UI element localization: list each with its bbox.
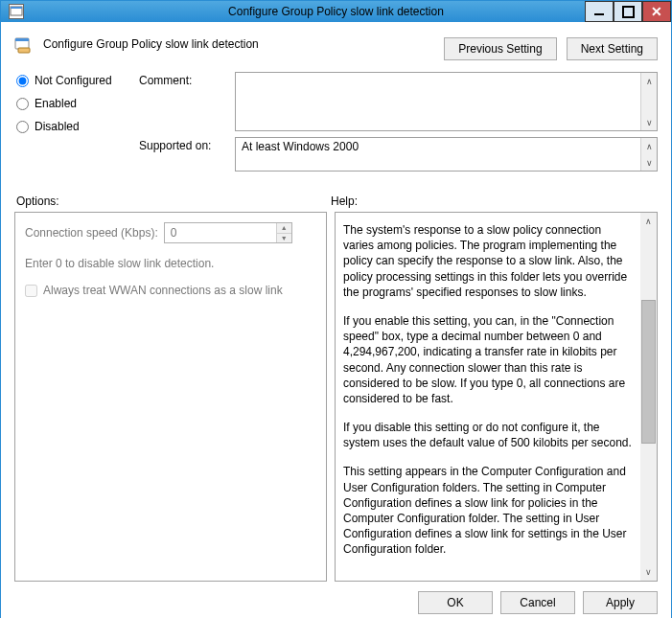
window-title: Configure Group Policy slow link detecti… bbox=[1, 5, 671, 18]
radio-disabled[interactable]: Disabled bbox=[16, 120, 139, 133]
options-panel: Connection speed (Kbps): ▲ ▼ Enter 0 to … bbox=[14, 212, 327, 582]
spinner-buttons[interactable]: ▲ ▼ bbox=[276, 223, 291, 242]
ok-button[interactable]: OK bbox=[418, 591, 493, 614]
client-area: Configure Group Policy slow link detecti… bbox=[1, 22, 671, 618]
scroll-down-icon[interactable]: ∨ bbox=[641, 114, 657, 130]
svg-rect-4 bbox=[18, 48, 30, 53]
connection-speed-spinner[interactable]: ▲ ▼ bbox=[164, 222, 292, 243]
help-para: This setting appears in the Computer Con… bbox=[343, 464, 633, 557]
radio-not-configured-input[interactable] bbox=[16, 75, 29, 87]
panels: Connection speed (Kbps): ▲ ▼ Enter 0 to … bbox=[14, 212, 658, 582]
comment-field: ∧ ∨ bbox=[235, 72, 658, 131]
radio-enabled-label: Enabled bbox=[35, 97, 77, 110]
radio-disabled-label: Disabled bbox=[35, 120, 80, 133]
comment-label: Comment: bbox=[139, 72, 235, 87]
help-para: If you enable this setting, you can, in … bbox=[343, 313, 633, 406]
previous-setting-button[interactable]: Previous Setting bbox=[444, 37, 556, 60]
scroll-track[interactable] bbox=[640, 229, 657, 564]
wwan-checkbox[interactable] bbox=[25, 285, 37, 297]
svg-rect-3 bbox=[15, 38, 29, 41]
apply-button[interactable]: Apply bbox=[583, 591, 658, 614]
policy-title: Configure Group Policy slow link detecti… bbox=[43, 35, 434, 51]
wwan-label: Always treat WWAN connections as a slow … bbox=[43, 284, 283, 297]
connection-speed-input[interactable] bbox=[165, 223, 276, 242]
setting-buttons: Previous Setting Next Setting bbox=[444, 37, 658, 60]
header-row: Configure Group Policy slow link detecti… bbox=[14, 35, 658, 60]
minimize-button[interactable] bbox=[585, 1, 614, 22]
radio-disabled-input[interactable] bbox=[16, 121, 29, 133]
radio-not-configured-label: Not Configured bbox=[35, 74, 112, 87]
close-button[interactable]: ✕ bbox=[642, 1, 671, 22]
connection-speed-row: Connection speed (Kbps): ▲ ▼ bbox=[25, 222, 316, 243]
next-setting-button[interactable]: Next Setting bbox=[567, 37, 658, 60]
scroll-up-icon[interactable]: ∧ bbox=[640, 213, 657, 229]
connection-speed-label: Connection speed (Kbps): bbox=[25, 226, 158, 240]
comment-textbox[interactable]: ∧ ∨ bbox=[235, 72, 658, 131]
supported-value: At least Windows 2000 bbox=[236, 138, 640, 171]
cancel-button[interactable]: Cancel bbox=[500, 591, 575, 614]
help-para: If you disable this setting or do not co… bbox=[343, 420, 633, 450]
window-controls: ✕ bbox=[585, 1, 671, 22]
app-icon bbox=[9, 4, 24, 19]
help-label: Help: bbox=[327, 195, 658, 208]
radio-enabled[interactable]: Enabled bbox=[16, 97, 139, 110]
scroll-up-icon[interactable]: ∧ bbox=[641, 138, 657, 154]
help-text: The system's response to a slow policy c… bbox=[336, 213, 640, 581]
options-label: Options: bbox=[14, 195, 327, 208]
connection-speed-hint: Enter 0 to disable slow link detection. bbox=[25, 257, 316, 270]
supported-textbox: At least Windows 2000 ∧ ∨ bbox=[235, 137, 658, 172]
titlebar[interactable]: Configure Group Policy slow link detecti… bbox=[1, 1, 671, 22]
scroll-down-icon[interactable]: ∨ bbox=[640, 564, 657, 581]
help-para: The system's response to a slow policy c… bbox=[343, 222, 633, 300]
policy-icon bbox=[14, 35, 34, 55]
scroll-thumb[interactable] bbox=[641, 300, 656, 444]
spinner-up-icon[interactable]: ▲ bbox=[277, 223, 291, 234]
maximize-button[interactable] bbox=[614, 1, 642, 22]
svg-rect-1 bbox=[11, 7, 22, 9]
footer-buttons: OK Cancel Apply bbox=[14, 582, 658, 614]
wwan-checkbox-row[interactable]: Always treat WWAN connections as a slow … bbox=[25, 284, 316, 297]
help-scrollbar[interactable]: ∧ ∨ bbox=[640, 213, 657, 581]
comment-scrollbar[interactable]: ∧ ∨ bbox=[640, 73, 657, 130]
scroll-down-icon[interactable]: ∨ bbox=[641, 154, 657, 171]
state-radio-group: Not Configured Enabled Disabled bbox=[14, 72, 139, 133]
spinner-down-icon[interactable]: ▼ bbox=[277, 234, 291, 243]
supported-label: Supported on: bbox=[139, 137, 235, 152]
comment-value[interactable] bbox=[236, 73, 640, 130]
dialog-window: Configure Group Policy slow link detecti… bbox=[0, 0, 672, 618]
scroll-up-icon[interactable]: ∧ bbox=[641, 73, 657, 89]
radio-not-configured[interactable]: Not Configured bbox=[16, 74, 139, 87]
state-grid: Not Configured Enabled Disabled Comment:… bbox=[14, 72, 658, 177]
section-labels: Options: Help: bbox=[14, 195, 658, 208]
radio-enabled-input[interactable] bbox=[16, 98, 29, 110]
supported-field: At least Windows 2000 ∧ ∨ bbox=[235, 137, 658, 172]
help-panel: The system's response to a slow policy c… bbox=[335, 212, 658, 582]
supported-scrollbar[interactable]: ∧ ∨ bbox=[640, 138, 657, 171]
